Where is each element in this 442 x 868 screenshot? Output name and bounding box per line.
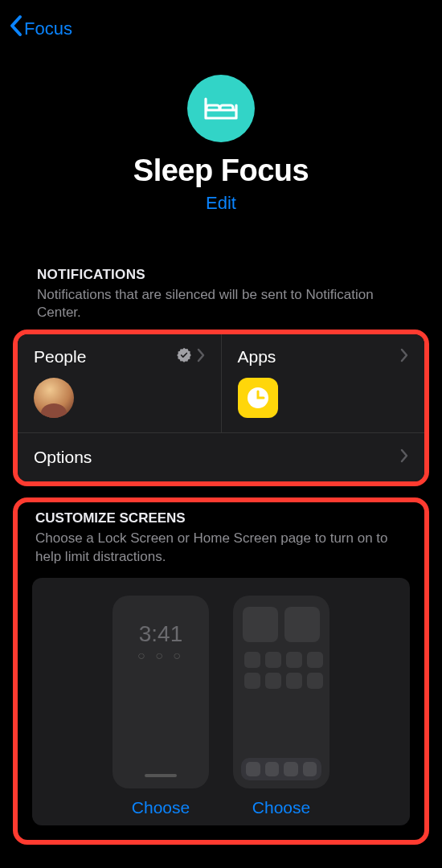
home-screen-column: Choose: [233, 596, 329, 817]
contact-avatar: [34, 378, 74, 418]
people-label: People: [34, 347, 86, 366]
widget-icon: [284, 607, 320, 642]
home-indicator-icon: [145, 774, 177, 777]
options-label: Options: [34, 448, 92, 467]
app-icon: [244, 652, 260, 668]
lock-screen-dots-icon: ○ ○ ○: [121, 649, 201, 663]
dock-icon: [241, 758, 321, 780]
apps-cell[interactable]: Apps: [222, 334, 425, 432]
people-cell[interactable]: People: [18, 334, 222, 432]
app-icon: [307, 652, 323, 668]
clock-app-icon: [238, 378, 278, 418]
lock-screen-preview[interactable]: 3:41 ○ ○ ○: [113, 596, 209, 788]
app-icon: [307, 673, 323, 689]
app-icon: [286, 652, 302, 668]
chevron-right-icon: [400, 448, 408, 467]
choose-home-screen-button[interactable]: Choose: [252, 798, 310, 817]
app-icon: [286, 673, 302, 689]
notifications-description: Notifications that are silenced will be …: [0, 286, 442, 321]
apps-label: Apps: [238, 347, 276, 366]
nav-bar: Focus: [0, 0, 442, 51]
verified-badge-icon: [176, 347, 192, 366]
notifications-card: People Apps: [18, 334, 424, 481]
notifications-header: Notifications: [0, 267, 442, 283]
hero: Sleep Focus Edit: [0, 51, 442, 222]
back-button-label[interactable]: Focus: [24, 18, 72, 39]
widget-icon: [243, 607, 278, 642]
screens-card: 3:41 ○ ○ ○ Choose: [32, 578, 410, 825]
customize-screens-description: Choose a Lock Screen or Home Screen page…: [32, 530, 410, 567]
customize-screens-highlight: Customize Screens Choose a Lock Screen o…: [13, 497, 429, 845]
app-icon: [265, 673, 281, 689]
app-icon: [265, 652, 281, 668]
lock-screen-time: 3:41: [121, 621, 201, 647]
chevron-right-icon: [197, 348, 205, 366]
home-screen-preview[interactable]: [233, 596, 329, 788]
back-chevron-icon[interactable]: [8, 14, 23, 43]
choose-lock-screen-button[interactable]: Choose: [132, 798, 190, 817]
options-row[interactable]: Options: [18, 432, 424, 481]
app-icon: [244, 673, 260, 689]
edit-button[interactable]: Edit: [206, 193, 236, 214]
lock-screen-column: 3:41 ○ ○ ○ Choose: [113, 596, 209, 817]
notifications-highlight: People Apps: [13, 330, 429, 486]
page-title: Sleep Focus: [0, 154, 442, 188]
customize-screens-header: Customize Screens: [32, 510, 410, 526]
bed-icon: [187, 75, 255, 142]
chevron-right-icon: [400, 348, 408, 366]
